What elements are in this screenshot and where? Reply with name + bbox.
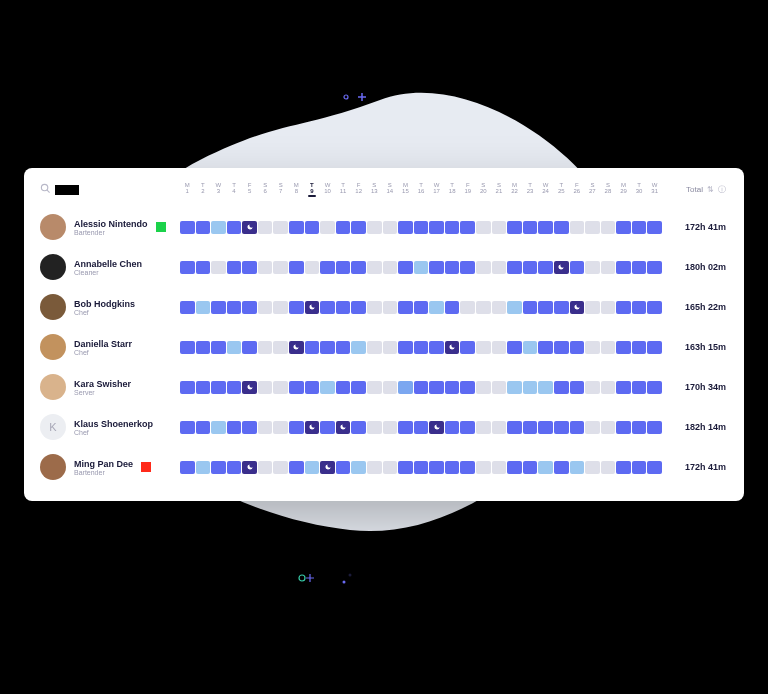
shift-cell[interactable] [632, 461, 647, 474]
shift-cell[interactable] [289, 421, 304, 434]
day-column[interactable]: F5 [242, 182, 257, 197]
shift-cell[interactable] [242, 341, 257, 354]
day-column[interactable]: M1 [180, 182, 195, 197]
shift-cell[interactable] [383, 221, 398, 234]
shift-cell[interactable] [180, 301, 195, 314]
shift-cell[interactable] [507, 221, 522, 234]
shift-cell[interactable] [242, 421, 257, 434]
shift-cell[interactable] [554, 421, 569, 434]
shift-cell[interactable] [601, 341, 616, 354]
shift-cell[interactable] [305, 221, 320, 234]
shift-cell[interactable] [320, 301, 335, 314]
shift-cell[interactable] [507, 261, 522, 274]
shift-cell[interactable] [632, 381, 647, 394]
search-input[interactable] [55, 185, 79, 195]
shift-cell[interactable] [647, 461, 662, 474]
shift-cell[interactable] [305, 421, 320, 434]
shift-cell[interactable] [336, 421, 351, 434]
shift-cell[interactable] [367, 461, 382, 474]
shift-cell[interactable] [429, 221, 444, 234]
shift-cell[interactable] [196, 381, 211, 394]
shift-cell[interactable] [289, 461, 304, 474]
shift-cell[interactable] [585, 421, 600, 434]
shift-cell[interactable] [414, 381, 429, 394]
shift-cell[interactable] [273, 261, 288, 274]
day-column[interactable]: T30 [632, 182, 647, 197]
shift-cell[interactable] [180, 221, 195, 234]
shift-cell[interactable] [647, 261, 662, 274]
shift-cell[interactable] [585, 301, 600, 314]
shift-cell[interactable] [570, 461, 585, 474]
shift-cell[interactable] [647, 381, 662, 394]
shift-cell[interactable] [616, 381, 631, 394]
shift-cell[interactable] [211, 381, 226, 394]
shift-cell[interactable] [601, 261, 616, 274]
shift-cell[interactable] [398, 341, 413, 354]
shift-cell[interactable] [570, 301, 585, 314]
shift-cell[interactable] [242, 461, 257, 474]
day-column[interactable]: T4 [227, 182, 242, 197]
day-column[interactable]: W3 [211, 182, 226, 197]
shift-cell[interactable] [492, 381, 507, 394]
shift-cell[interactable] [507, 421, 522, 434]
shift-cell[interactable] [289, 381, 304, 394]
shift-cell[interactable] [414, 421, 429, 434]
shift-cell[interactable] [258, 221, 273, 234]
shift-cell[interactable] [227, 461, 242, 474]
shift-cell[interactable] [398, 381, 413, 394]
shift-cell[interactable] [570, 261, 585, 274]
shift-cell[interactable] [460, 221, 475, 234]
shift-cell[interactable] [227, 421, 242, 434]
shift-cell[interactable] [554, 301, 569, 314]
shift-cell[interactable] [507, 381, 522, 394]
shift-cell[interactable] [616, 461, 631, 474]
shift-cell[interactable] [227, 381, 242, 394]
shift-cell[interactable] [429, 301, 444, 314]
shift-cell[interactable] [211, 461, 226, 474]
day-column[interactable]: F12 [351, 182, 366, 197]
total-header[interactable]: Total ⇅ ⓘ [662, 184, 728, 195]
shift-cell[interactable] [367, 301, 382, 314]
shift-cell[interactable] [523, 461, 538, 474]
shift-cell[interactable] [460, 341, 475, 354]
day-column[interactable]: S13 [367, 182, 382, 197]
shift-cell[interactable] [336, 301, 351, 314]
shift-cell[interactable] [585, 381, 600, 394]
shift-cell[interactable] [570, 221, 585, 234]
shift-cell[interactable] [367, 221, 382, 234]
shift-cell[interactable] [398, 301, 413, 314]
shift-cell[interactable] [414, 301, 429, 314]
shift-cell[interactable] [196, 421, 211, 434]
shift-cell[interactable] [429, 421, 444, 434]
shift-cell[interactable] [258, 461, 273, 474]
shift-cell[interactable] [320, 421, 335, 434]
shift-cell[interactable] [585, 461, 600, 474]
shift-cell[interactable] [460, 381, 475, 394]
shift-cell[interactable] [429, 381, 444, 394]
shift-cell[interactable] [538, 421, 553, 434]
shift-cell[interactable] [367, 421, 382, 434]
shift-cell[interactable] [538, 301, 553, 314]
shift-cell[interactable] [476, 381, 491, 394]
shift-cell[interactable] [445, 421, 460, 434]
shift-cell[interactable] [492, 301, 507, 314]
day-column[interactable]: M15 [398, 182, 413, 197]
shift-cell[interactable] [632, 221, 647, 234]
shift-cell[interactable] [196, 341, 211, 354]
shift-cell[interactable] [647, 221, 662, 234]
shift-cell[interactable] [570, 421, 585, 434]
shift-cell[interactable] [383, 261, 398, 274]
shift-cell[interactable] [289, 341, 304, 354]
day-column[interactable]: S7 [273, 182, 288, 197]
employee-cell[interactable]: Ming Pan DeeBartender [40, 454, 180, 480]
employee-cell[interactable]: Bob HodgkinsChef [40, 294, 180, 320]
day-column[interactable]: S20 [476, 182, 491, 197]
day-column[interactable]: W17 [429, 182, 444, 197]
shift-cell[interactable] [601, 381, 616, 394]
shift-cell[interactable] [445, 381, 460, 394]
shift-cell[interactable] [398, 421, 413, 434]
shift-cell[interactable] [305, 261, 320, 274]
shift-cell[interactable] [554, 461, 569, 474]
shift-cell[interactable] [476, 461, 491, 474]
shift-cell[interactable] [180, 261, 195, 274]
